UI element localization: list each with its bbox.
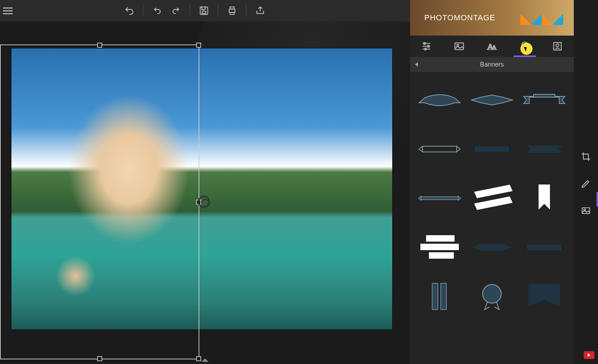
svg-point-5 (424, 42, 425, 44)
promo-banner[interactable]: PHOTOMONTAGE (410, 0, 574, 36)
asset-ribbon-diamond[interactable] (469, 80, 515, 120)
svg-point-15 (556, 44, 559, 47)
collapse-icon (415, 62, 418, 67)
image-tool-icon[interactable] (579, 204, 593, 218)
svg-point-7 (425, 48, 426, 50)
svg-rect-20 (429, 252, 454, 259)
canvas-photo[interactable] (11, 48, 392, 329)
selection-handle-bottom[interactable] (97, 356, 102, 361)
print-icon[interactable] (225, 4, 239, 17)
asset-grid (410, 72, 574, 364)
section-title: Banners (480, 61, 504, 68)
svg-rect-19 (420, 244, 459, 250)
selection-handle-tr[interactable] (196, 43, 201, 48)
side-tool-strip (574, 0, 598, 364)
separator (190, 5, 190, 16)
undo-icon[interactable] (151, 4, 164, 17)
svg-point-6 (427, 45, 429, 47)
asset-ribbon-scroll-dark[interactable] (469, 130, 515, 169)
asset-ribbon-angle-dark[interactable] (521, 130, 567, 169)
tab-frames[interactable] (541, 36, 574, 57)
canvas-area[interactable] (0, 21, 410, 364)
svg-rect-21 (432, 283, 438, 310)
svg-rect-3 (230, 7, 234, 9)
tab-image[interactable] (443, 36, 476, 57)
asset-ribbon-scroll-outline[interactable] (416, 130, 462, 169)
svg-rect-22 (441, 283, 446, 310)
asset-rosette-outline[interactable] (469, 277, 515, 316)
separator (143, 5, 143, 16)
share-icon[interactable] (253, 4, 267, 17)
pen-icon[interactable] (579, 176, 593, 191)
asset-bookmark-white[interactable] (521, 179, 567, 218)
asset-stripes-diagonal-white[interactable] (469, 179, 515, 218)
expand-bottom-panel-icon[interactable] (201, 358, 209, 362)
separator (246, 5, 246, 16)
svg-rect-4 (230, 12, 234, 15)
cursor-highlight-icon (520, 43, 533, 55)
asset-ribbon-diamond-dark[interactable] (469, 228, 515, 267)
tab-adjust[interactable] (410, 36, 443, 57)
undo-big-icon[interactable] (122, 4, 136, 17)
asset-ribbon-thin[interactable] (416, 179, 462, 218)
svg-rect-1 (202, 11, 205, 14)
asset-badge-vertical[interactable] (416, 277, 462, 316)
redo-icon[interactable] (169, 4, 183, 17)
tab-text[interactable]: AA (476, 36, 508, 57)
svg-rect-2 (229, 9, 235, 12)
video-play-badge[interactable] (584, 351, 594, 359)
rotate-handle-icon[interactable] (198, 196, 210, 208)
svg-marker-16 (474, 185, 513, 198)
section-header[interactable]: Banners (410, 57, 574, 72)
svg-point-23 (483, 285, 501, 303)
selection-handle-br[interactable] (196, 356, 201, 361)
menu-icon[interactable] (3, 4, 16, 17)
side-accent (597, 192, 598, 206)
right-panel: PHOTOMONTAGE AA Banners (410, 0, 574, 364)
asset-ribbon-scroll-dark2[interactable] (521, 228, 567, 267)
svg-marker-17 (474, 196, 513, 210)
asset-flag-dark[interactable] (521, 277, 567, 316)
selection-handle-top[interactable] (97, 43, 102, 48)
asset-ribbon-blocky[interactable] (521, 80, 567, 120)
crop-icon[interactable] (579, 149, 593, 164)
asset-ribbon-wave[interactable] (416, 80, 462, 120)
svg-text:A: A (492, 44, 497, 51)
asset-stripes-step-white[interactable] (416, 228, 462, 267)
toolbar-group (122, 4, 267, 17)
save-icon[interactable] (197, 4, 211, 17)
promo-title: PHOTOMONTAGE (424, 13, 495, 22)
svg-rect-18 (426, 235, 455, 242)
separator (218, 5, 218, 16)
panel-tab-row: AA (410, 36, 574, 57)
